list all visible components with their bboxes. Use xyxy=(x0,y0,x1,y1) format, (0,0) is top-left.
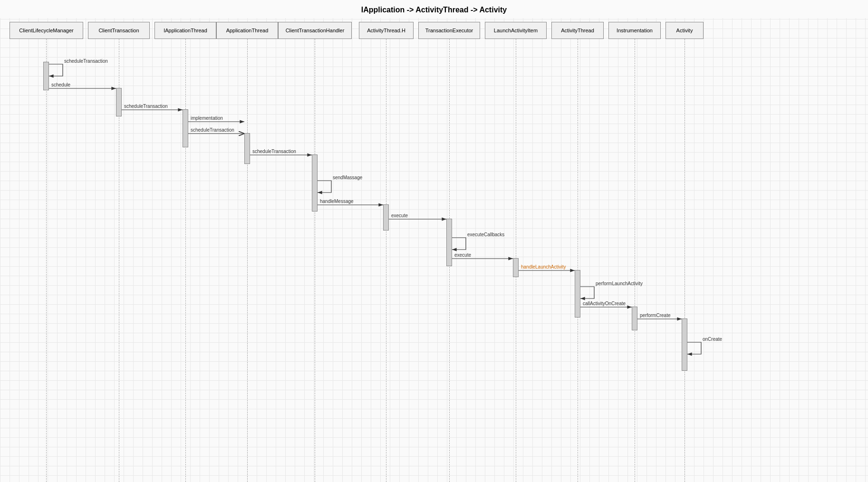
lifeline-box-ath: ActivityThread.H xyxy=(359,22,414,39)
activation-instr xyxy=(632,307,637,330)
lifeline-box-iat: IApplicationThread xyxy=(154,22,216,39)
msg-label: executeCallbacks xyxy=(467,232,504,237)
lifeline-line-at xyxy=(247,39,248,482)
msg-label: scheduleTransaction xyxy=(124,104,168,109)
lifeline-line-ath xyxy=(386,39,386,482)
activation-athr xyxy=(575,270,580,318)
activation-at xyxy=(244,133,250,164)
lifeline-box-instr: Instrumentation xyxy=(608,22,661,39)
lifeline-box-act: Activity xyxy=(665,22,704,39)
msg-label: performLaunchActivity xyxy=(596,281,643,286)
msg-label: callActivityOnCreate xyxy=(583,301,626,306)
arrows-svg xyxy=(0,0,868,482)
activation-clm xyxy=(43,62,49,90)
diagram-container: IApplication -> ActivityThread -> Activi… xyxy=(0,0,868,482)
activation-ct xyxy=(116,88,122,116)
activation-act xyxy=(682,318,687,371)
msg-label: implementation xyxy=(191,116,223,121)
lifeline-box-athr: ActivityThread xyxy=(551,22,604,39)
lifeline-box-at: ApplicationThread xyxy=(216,22,278,39)
activation-lai xyxy=(513,258,519,277)
msg-label: onCreate xyxy=(703,337,722,342)
msg-label: schedule xyxy=(51,82,70,87)
msg-label: sendMassage xyxy=(333,175,362,180)
lifeline-box-lai: LaunchActivityItem xyxy=(485,22,547,39)
lifeline-box-ct: ClientTransaction xyxy=(88,22,150,39)
msg-label: execute xyxy=(454,252,471,258)
lifeline-line-iat xyxy=(185,39,186,482)
lifeline-line-instr xyxy=(635,39,635,482)
activation-te xyxy=(446,219,452,266)
lifeline-box-te: TransactionExecutor xyxy=(418,22,480,39)
msg-label: scheduleTransaction xyxy=(64,58,108,64)
msg-label: execute xyxy=(391,213,408,218)
lifeline-line-act xyxy=(685,39,685,482)
lifeline-line-athr xyxy=(578,39,578,482)
lifeline-line-clm xyxy=(46,39,47,482)
msg-label: handleMessage xyxy=(320,199,354,204)
msg-label: scheduleTransaction xyxy=(191,127,234,133)
activation-iat xyxy=(183,109,188,147)
lifeline-box-clm: ClientLifecycleManager xyxy=(10,22,83,39)
msg-label: performCreate xyxy=(640,313,670,318)
diagram-title: IApplication -> ActivityThread -> Activi… xyxy=(0,0,868,18)
msg-label: scheduleTransaction xyxy=(252,149,296,154)
activation-ath xyxy=(383,204,389,231)
lifeline-line-cth xyxy=(315,39,315,482)
msg-label: handleLaunchActivity xyxy=(521,264,566,270)
lifeline-box-cth: ClientTransactionHandler xyxy=(278,22,352,39)
activation-cth xyxy=(312,154,318,212)
